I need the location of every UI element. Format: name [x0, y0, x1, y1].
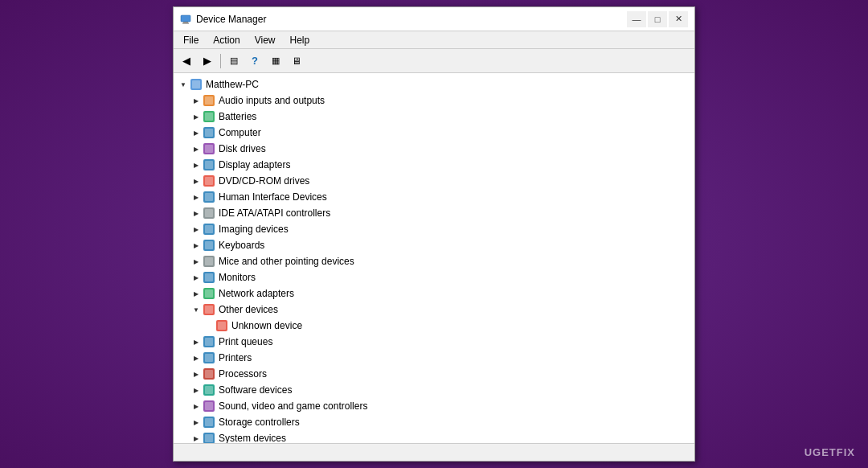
expander-network[interactable]: ▶ — [190, 287, 203, 300]
tree-item-computer[interactable]: ▶ Computer — [174, 125, 694, 141]
svg-rect-36 — [205, 338, 213, 346]
svg-rect-38 — [205, 354, 213, 362]
tree-item-sound[interactable]: ▶ Sound, video and game controllers — [174, 398, 694, 414]
tree-item-mice[interactable]: ▶ Mice and other pointing devices — [174, 253, 694, 269]
title-bar: Device Manager — □ ✕ — [174, 7, 694, 31]
svg-rect-0 — [181, 15, 190, 22]
menu-view[interactable]: View — [248, 33, 282, 47]
svg-rect-10 — [205, 129, 213, 137]
label-hid: Human Interface Devices — [219, 191, 327, 203]
label-system: System devices — [219, 433, 286, 443]
label-root: Matthew-PC — [206, 79, 259, 90]
properties-button[interactable]: ▦ — [266, 51, 285, 71]
expander-imaging[interactable]: ▶ — [190, 223, 203, 236]
menu-action[interactable]: Action — [207, 33, 246, 47]
label-imaging: Imaging devices — [219, 224, 289, 235]
svg-rect-28 — [205, 273, 213, 281]
label-software: Software devices — [219, 384, 292, 396]
expander-processors[interactable]: ▶ — [190, 367, 203, 380]
help-button[interactable]: ? — [245, 51, 264, 71]
tree-item-keyboards[interactable]: ▶ Keyboards — [174, 237, 694, 253]
svg-rect-44 — [205, 402, 213, 410]
back-button[interactable]: ◀ — [177, 51, 196, 71]
device-tree: ▼ Matthew-PC▶ Audio inputs and outputs▶ … — [174, 73, 694, 443]
icon-system — [203, 432, 215, 443]
close-button[interactable]: ✕ — [669, 11, 688, 27]
tree-item-ide[interactable]: ▶ IDE ATA/ATAPI controllers — [174, 205, 694, 221]
icon-keyboards — [203, 239, 215, 252]
tree-item-display[interactable]: ▶ Display adapters — [174, 157, 694, 173]
svg-rect-12 — [205, 145, 213, 153]
svg-rect-46 — [205, 418, 213, 426]
expander-hid[interactable]: ▶ — [190, 191, 203, 203]
label-sound: Sound, video and game controllers — [219, 400, 367, 412]
expander-display[interactable]: ▶ — [190, 158, 203, 171]
tree-item-system[interactable]: ▶ System devices — [174, 430, 694, 443]
icon-mice — [203, 255, 215, 268]
tree-item-printq[interactable]: ▶ Print queues — [174, 334, 694, 350]
tree-item-hid[interactable]: ▶ Human Interface Devices — [174, 189, 694, 205]
tree-item-processors[interactable]: ▶ Processors — [174, 366, 694, 382]
svg-rect-16 — [205, 177, 213, 185]
tree-item-storage[interactable]: ▶ Storage controllers — [174, 414, 694, 430]
tree-item-monitors[interactable]: ▶ Monitors — [174, 269, 694, 285]
label-ide: IDE ATA/ATAPI controllers — [219, 207, 330, 219]
tree-item-imaging[interactable]: ▶ Imaging devices — [174, 221, 694, 237]
expander-sound[interactable]: ▶ — [190, 400, 203, 413]
svg-rect-40 — [205, 370, 213, 378]
expander-system[interactable]: ▶ — [190, 432, 203, 443]
expander-monitors[interactable]: ▶ — [190, 271, 203, 284]
svg-rect-18 — [205, 193, 213, 201]
expander-keyboards[interactable]: ▶ — [190, 239, 203, 252]
tree-item-disk[interactable]: ▶ Disk drives — [174, 141, 694, 157]
minimize-button[interactable]: — — [627, 11, 646, 27]
maximize-button[interactable]: □ — [648, 11, 667, 27]
app-icon — [180, 14, 191, 25]
expander-disk[interactable]: ▶ — [190, 142, 203, 155]
list-button[interactable]: ▤ — [224, 51, 244, 71]
tree-item-unknown[interactable]: Unknown device — [174, 318, 694, 334]
expander-dvd[interactable]: ▶ — [190, 174, 203, 187]
icon-ide — [203, 207, 215, 220]
icon-monitors — [203, 271, 215, 284]
monitor-button[interactable]: 🖥 — [287, 51, 306, 71]
tree-item-other[interactable]: ▼ Other devices — [174, 302, 694, 318]
svg-rect-32 — [205, 306, 213, 314]
icon-printq — [203, 335, 215, 348]
tree-item-software[interactable]: ▶ Software devices — [174, 382, 694, 398]
expander-computer[interactable]: ▶ — [190, 126, 203, 139]
tree-item-audio[interactable]: ▶ Audio inputs and outputs — [174, 92, 694, 109]
forward-button[interactable]: ▶ — [198, 51, 217, 71]
svg-rect-48 — [205, 434, 213, 442]
expander-other[interactable]: ▼ — [190, 303, 203, 316]
label-batteries: Batteries — [219, 111, 256, 122]
expander-root[interactable]: ▼ — [177, 78, 190, 91]
expander-software[interactable]: ▶ — [190, 384, 203, 396]
expander-batteries[interactable]: ▶ — [190, 110, 203, 123]
svg-rect-42 — [205, 386, 213, 394]
tree-item-dvd[interactable]: ▶ DVD/CD-ROM drives — [174, 173, 694, 189]
tree-item-root[interactable]: ▼ Matthew-PC — [174, 76, 694, 92]
svg-rect-22 — [205, 225, 213, 233]
icon-software — [203, 384, 215, 396]
label-network: Network adapters — [219, 288, 294, 299]
expander-storage[interactable]: ▶ — [190, 416, 203, 429]
svg-rect-2 — [182, 23, 189, 23]
expander-ide[interactable]: ▶ — [190, 207, 203, 220]
expander-mice[interactable]: ▶ — [190, 255, 203, 268]
menu-file[interactable]: File — [177, 33, 205, 47]
expander-unknown — [203, 319, 215, 332]
expander-audio[interactable]: ▶ — [190, 94, 203, 107]
label-unknown: Unknown device — [231, 320, 302, 331]
menu-help[interactable]: Help — [284, 33, 317, 47]
tree-item-printers[interactable]: ▶ Printers — [174, 350, 694, 366]
device-manager-window: Device Manager — □ ✕ File Action View He… — [173, 6, 695, 462]
label-audio: Audio inputs and outputs — [219, 95, 325, 106]
tree-item-network[interactable]: ▶ Network adapters — [174, 285, 694, 302]
svg-rect-26 — [205, 257, 213, 265]
expander-printers[interactable]: ▶ — [190, 351, 203, 364]
svg-rect-34 — [218, 322, 226, 330]
expander-printq[interactable]: ▶ — [190, 335, 203, 348]
tree-item-batteries[interactable]: ▶ Batteries — [174, 109, 694, 125]
icon-imaging — [203, 223, 215, 236]
